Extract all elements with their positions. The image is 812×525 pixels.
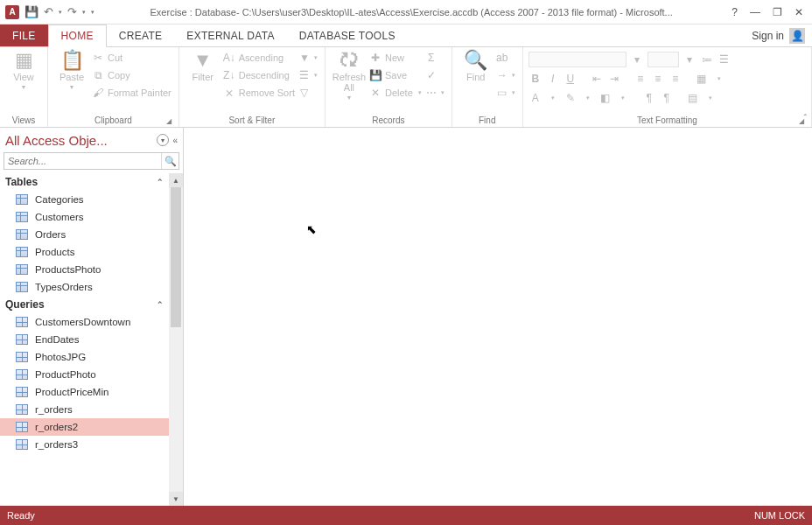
- chevron-down-icon[interactable]: ▾: [630, 53, 644, 66]
- bold-button[interactable]: B: [528, 73, 542, 85]
- tab-home[interactable]: HOME: [48, 24, 107, 47]
- collapse-icon[interactable]: ⌃: [157, 300, 164, 309]
- alternate-row-color-icon[interactable]: ▤: [686, 92, 700, 104]
- qat-customize-icon[interactable]: ▾: [91, 9, 94, 16]
- nav-category[interactable]: Tables⌃: [0, 173, 169, 191]
- scrollbar-track[interactable]: [169, 187, 183, 492]
- chevron-down-icon[interactable]: ▾: [682, 53, 696, 66]
- chevron-down-icon[interactable]: ▾: [712, 75, 726, 82]
- scroll-up-icon[interactable]: ▲: [169, 173, 183, 187]
- undo-icon[interactable]: ↶: [44, 5, 53, 18]
- decrease-indent-icon[interactable]: ⇤: [590, 73, 604, 85]
- close-button[interactable]: ✕: [794, 6, 803, 18]
- format-painter-button[interactable]: 🖌Format Painter: [90, 84, 173, 102]
- redo-icon[interactable]: ↷: [67, 5, 77, 18]
- save-icon[interactable]: 💾: [24, 5, 38, 18]
- redo-dropdown-icon[interactable]: ▾: [82, 9, 86, 16]
- nav-search-input[interactable]: [4, 153, 161, 169]
- replace-button[interactable]: ab: [494, 49, 517, 66]
- scrollbar-thumb[interactable]: [171, 187, 181, 327]
- align-left-icon[interactable]: ≡: [634, 73, 648, 85]
- toggle-filter-button[interactable]: ▽: [297, 84, 319, 102]
- nav-item-query[interactable]: ProductPhoto: [0, 366, 169, 383]
- remove-sort-button[interactable]: ⨯Remove Sort: [221, 84, 297, 102]
- sign-in-button[interactable]: Sign in 👤: [745, 24, 812, 46]
- undo-dropdown-icon[interactable]: ▾: [59, 9, 62, 16]
- gridlines-icon[interactable]: ▦: [695, 73, 709, 85]
- more-records-button[interactable]: ⋯▾: [424, 84, 446, 102]
- nav-pane-title[interactable]: All Access Obje...: [5, 133, 157, 148]
- view-button[interactable]: ▦ View ▼: [5, 49, 42, 90]
- copy-button[interactable]: ⧉Copy: [90, 66, 173, 84]
- shutter-bar-button[interactable]: «: [172, 136, 178, 145]
- nav-item-table[interactable]: Orders: [0, 226, 169, 243]
- nav-item-query[interactable]: r_orders2: [0, 418, 169, 436]
- highlight-icon[interactable]: ✎: [564, 92, 578, 104]
- nav-item-query[interactable]: PhotosJPG: [0, 348, 169, 366]
- filter-button[interactable]: ▼ Filter: [185, 49, 221, 82]
- numbering-icon[interactable]: ☰: [718, 53, 732, 66]
- minimize-button[interactable]: —: [750, 6, 760, 18]
- tab-database-tools[interactable]: DATABASE TOOLS: [287, 24, 408, 46]
- advanced-filter-button[interactable]: ☰▾: [297, 66, 319, 84]
- search-icon[interactable]: 🔍: [161, 153, 178, 169]
- nav-category[interactable]: Queries⌃: [0, 296, 169, 313]
- tab-create[interactable]: CREATE: [107, 24, 175, 46]
- save-record-button[interactable]: 💾Save: [368, 66, 424, 84]
- ltr-icon[interactable]: ¶: [642, 92, 656, 104]
- increase-indent-icon[interactable]: ⇥: [607, 73, 621, 85]
- nav-item-query[interactable]: EndDates: [0, 331, 169, 348]
- nav-item-query[interactable]: r_orders: [0, 401, 169, 418]
- find-button[interactable]: 🔍 Find: [458, 49, 494, 82]
- totals-button[interactable]: Σ: [424, 49, 446, 66]
- refresh-all-button[interactable]: 🗘 Refresh All ▼: [331, 49, 368, 101]
- new-record-button[interactable]: ✚New: [368, 49, 424, 66]
- fill-color-icon[interactable]: ◧: [598, 92, 612, 104]
- collapse-ribbon-button[interactable]: ˆ: [804, 114, 807, 123]
- chevron-down-icon[interactable]: ▾: [581, 94, 595, 102]
- paste-button[interactable]: 📋 Paste ▼: [53, 49, 90, 90]
- nav-item-query[interactable]: r_orders3: [0, 436, 169, 453]
- new-label: New: [385, 52, 404, 63]
- nav-item-table[interactable]: ProductsPhoto: [0, 261, 169, 278]
- clipboard-dialog-launcher[interactable]: ◢: [166, 117, 172, 125]
- filter-icon: ▼: [193, 51, 213, 70]
- nav-item-query[interactable]: ProductPriceMin: [0, 383, 169, 401]
- font-color-icon[interactable]: A: [528, 92, 542, 104]
- descending-button[interactable]: Z↓Descending: [221, 66, 297, 84]
- rtl-icon[interactable]: ¶: [660, 92, 674, 104]
- collapse-icon[interactable]: ⌃: [157, 178, 164, 186]
- font-size-combo[interactable]: [648, 52, 679, 67]
- nav-item-table[interactable]: Customers: [0, 208, 169, 226]
- more-icon: ⋯: [425, 87, 438, 99]
- chevron-down-icon[interactable]: ▾: [704, 94, 718, 102]
- selection-filter-button[interactable]: ▼▾: [297, 49, 319, 66]
- tab-file[interactable]: FILE: [0, 24, 48, 46]
- tab-external-data[interactable]: EXTERNAL DATA: [174, 24, 286, 46]
- font-name-combo[interactable]: [528, 52, 626, 67]
- nav-scrollbar[interactable]: ▲ ▼: [169, 173, 183, 506]
- help-button[interactable]: ?: [732, 6, 738, 18]
- nav-item-table[interactable]: Categories: [0, 191, 169, 208]
- italic-button[interactable]: I: [546, 73, 560, 85]
- nav-item-table[interactable]: TypesOrders: [0, 278, 169, 296]
- bullets-icon[interactable]: ≔: [700, 53, 714, 66]
- nav-item-table[interactable]: Products: [0, 243, 169, 261]
- align-center-icon[interactable]: ≡: [651, 73, 665, 85]
- chevron-down-icon[interactable]: ▾: [546, 94, 560, 102]
- spelling-button[interactable]: ✓: [424, 66, 446, 84]
- nav-item-query[interactable]: CustomersDowntown: [0, 313, 169, 331]
- underline-button[interactable]: U: [564, 73, 578, 85]
- cut-button[interactable]: ✂Cut: [90, 49, 173, 66]
- nav-pane-menu-button[interactable]: ▾: [157, 134, 169, 146]
- copy-icon: ⧉: [92, 69, 104, 81]
- chevron-down-icon[interactable]: ▾: [616, 94, 630, 102]
- nav-item-label: Customers: [35, 212, 84, 222]
- restore-button[interactable]: ❐: [773, 6, 782, 18]
- scroll-down-icon[interactable]: ▼: [169, 492, 183, 506]
- align-right-icon[interactable]: ≡: [668, 73, 682, 85]
- goto-button[interactable]: →▾: [494, 66, 517, 84]
- select-button[interactable]: ▭▾: [494, 84, 517, 102]
- ascending-button[interactable]: A↓Ascending: [221, 49, 297, 66]
- delete-record-button[interactable]: ✕Delete▾: [368, 84, 424, 102]
